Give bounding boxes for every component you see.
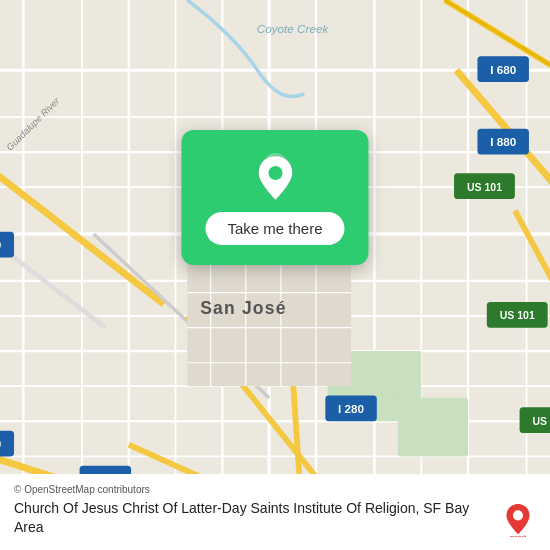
svg-point-73 (268, 166, 282, 180)
svg-text:moovit: moovit (510, 534, 527, 537)
bottom-info-bar: © OpenStreetMap contributors Church Of J… (0, 474, 550, 550)
map-background: I 680 I 880 US 101 US 101 US 101 I 880 I… (0, 0, 550, 550)
svg-text:I 880: I 880 (490, 135, 516, 148)
svg-text:US 101: US 101 (467, 181, 502, 193)
navigation-popup: Take me there (181, 130, 368, 265)
location-name: Church Of Jesus Christ Of Latter-Day Sai… (14, 499, 490, 538)
svg-text:I 680: I 680 (490, 63, 516, 76)
svg-text:I 280: I 280 (338, 402, 364, 415)
svg-rect-38 (398, 398, 468, 457)
svg-point-74 (513, 510, 523, 520)
svg-text:San José: San José (200, 298, 286, 318)
moovit-logo: moovit (500, 501, 536, 537)
pin-icon-clean (255, 154, 295, 202)
copyright-text: © OpenStreetMap contributors (14, 484, 536, 495)
location-title-row: Church Of Jesus Christ Of Latter-Day Sai… (14, 499, 536, 538)
svg-text:US 101: US 101 (532, 415, 550, 427)
map-container: I 680 I 880 US 101 US 101 US 101 I 880 I… (0, 0, 550, 550)
moovit-logo-icon: moovit (500, 501, 536, 537)
svg-rect-59 (0, 431, 14, 457)
svg-text:Coyote Creek: Coyote Creek (257, 22, 330, 35)
svg-rect-39 (187, 257, 351, 386)
take-me-there-button[interactable]: Take me there (205, 212, 344, 245)
svg-rect-57 (0, 232, 14, 258)
svg-text:US 101: US 101 (500, 309, 535, 321)
